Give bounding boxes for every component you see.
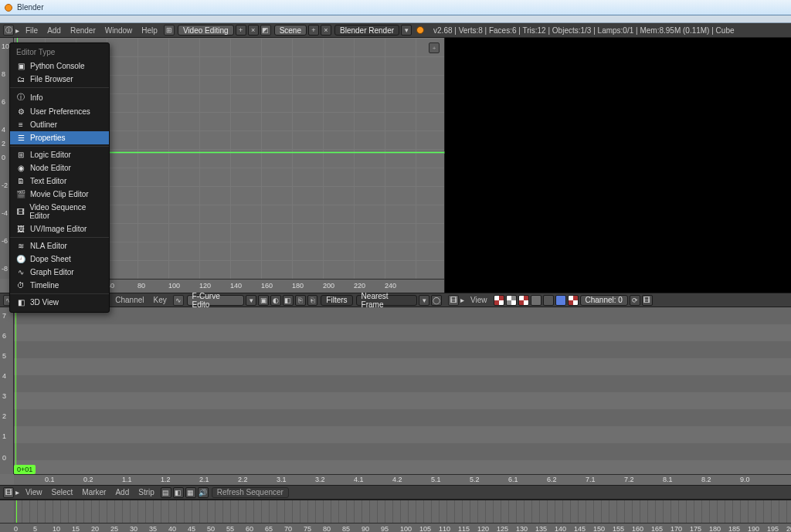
graph-mode-selector[interactable]: F-Curve Edito bbox=[187, 295, 245, 306]
menu-strip[interactable]: Strip bbox=[134, 488, 159, 496]
nla-editor-icon: ≋ bbox=[16, 242, 25, 250]
region-toggle-button[interactable]: + bbox=[429, 42, 440, 53]
editor-type-node-editor[interactable]: ◉Node Editor bbox=[10, 161, 109, 175]
copy-button[interactable]: ⎘ bbox=[295, 295, 306, 306]
display-swatch-3[interactable] bbox=[518, 295, 529, 306]
editor-type-nla-editor[interactable]: ≋NLA Editor bbox=[10, 239, 109, 252]
scene-selector[interactable]: Scene bbox=[274, 25, 307, 36]
menu-window[interactable]: Window bbox=[100, 26, 137, 35]
editor-type-label: Dope Sheet bbox=[30, 255, 71, 263]
tick: 8 bbox=[2, 70, 5, 78]
layout-add-button[interactable]: + bbox=[236, 25, 246, 36]
editor-type-outliner[interactable]: ≡Outliner bbox=[10, 118, 109, 131]
editor-type-logic-editor[interactable]: ⊞Logic Editor bbox=[10, 148, 109, 161]
tick: 160 bbox=[261, 282, 273, 290]
tick: 8.2 bbox=[701, 476, 711, 483]
editor-type-button[interactable]: 🎞 bbox=[3, 487, 14, 498]
tick: 35 bbox=[149, 525, 157, 532]
menu-marker[interactable]: Marker bbox=[77, 488, 110, 496]
vse-current-frame-line[interactable] bbox=[15, 307, 16, 474]
editor-type-graph-editor[interactable]: ∿Graph Editor bbox=[10, 266, 109, 279]
scene-add-button[interactable]: + bbox=[308, 25, 319, 36]
editor-type-timeline[interactable]: ⏱Timeline bbox=[10, 279, 109, 292]
editor-type-properties[interactable]: ☰Properties bbox=[10, 131, 109, 144]
tick: 100 bbox=[168, 282, 180, 290]
timeline-area[interactable]: 0510152025303540455055606570758085909510… bbox=[0, 500, 791, 532]
normalize-button[interactable]: ▣ bbox=[258, 295, 269, 306]
menu-select[interactable]: Select bbox=[47, 488, 78, 496]
sequencer-strip-area[interactable]: 76543210 0+01 0.10.21.11.22.12.23.13.24.… bbox=[0, 307, 791, 485]
ghost-button[interactable]: ◐ bbox=[270, 295, 281, 306]
tick: 65 bbox=[265, 525, 273, 532]
display-swatch-1[interactable] bbox=[494, 295, 504, 306]
timeline-current-frame-line[interactable] bbox=[16, 500, 17, 523]
editor-type-label: Timeline bbox=[30, 281, 59, 290]
menu-add[interactable]: Add bbox=[42, 26, 66, 35]
expand-icon[interactable]: ▸ bbox=[15, 488, 19, 496]
engine-dropdown-icon[interactable]: ▾ bbox=[401, 25, 412, 36]
layout-browse-icon[interactable]: ⊞ bbox=[164, 25, 175, 36]
preview-settings-button[interactable]: 🎞 bbox=[642, 295, 653, 306]
scene-remove-button[interactable]: × bbox=[321, 25, 331, 36]
editor-type-user-preferences[interactable]: ⚙User Preferences bbox=[10, 105, 109, 118]
menu-view[interactable]: View bbox=[466, 296, 492, 304]
tick: 3 bbox=[2, 392, 6, 400]
tick: 15 bbox=[72, 525, 80, 532]
proportional-button[interactable]: ◯ bbox=[431, 295, 442, 306]
menu-file[interactable]: File bbox=[21, 26, 42, 35]
auto-snap-button[interactable]: ◧ bbox=[283, 295, 294, 306]
tick: 9.0 bbox=[740, 476, 750, 483]
view-type-button[interactable]: ▤ bbox=[161, 487, 171, 498]
tick: 25 bbox=[110, 525, 118, 532]
filters-button[interactable]: Filters bbox=[321, 295, 352, 306]
mode-icon[interactable]: ∿ bbox=[173, 295, 184, 306]
editor-type-uv-image-editor[interactable]: 🖼UV/Image Editor bbox=[10, 222, 109, 236]
tick: 3.1 bbox=[277, 476, 287, 483]
editor-type-button[interactable]: ⓘ bbox=[3, 25, 14, 36]
layout-remove-button[interactable]: × bbox=[248, 25, 259, 36]
editor-type-text-editor[interactable]: 🗎Text Editor bbox=[10, 175, 109, 188]
paste-button[interactable]: ⎗ bbox=[307, 295, 318, 306]
display-mode-button[interactable]: ◧ bbox=[173, 487, 184, 498]
display-swatch-4[interactable] bbox=[531, 295, 541, 306]
editor-type-python-console[interactable]: ▣Python Console bbox=[10, 59, 109, 73]
editor-type-file-browser[interactable]: 🗂File Browser bbox=[10, 73, 109, 86]
user-preferences-icon: ⚙ bbox=[16, 107, 25, 116]
dropdown-icon[interactable]: ▾ bbox=[246, 295, 256, 306]
editor-type-dope-sheet[interactable]: 🕘Dope Sheet bbox=[10, 252, 109, 266]
editor-type-video-sequence-editor[interactable]: 🎞Video Sequence Editor bbox=[10, 201, 109, 222]
overlay-button[interactable]: ▦ bbox=[185, 487, 196, 498]
screen-layout-selector[interactable]: Video Editing bbox=[178, 25, 234, 36]
render-engine-selector[interactable]: Blender Render bbox=[334, 25, 399, 36]
editor-type-info[interactable]: ⓘInfo bbox=[10, 90, 109, 105]
menu-channel[interactable]: Channel bbox=[110, 296, 148, 304]
editor-type-label: Logic Editor bbox=[30, 151, 71, 159]
editor-type-3d-view[interactable]: ◧3D View bbox=[10, 296, 109, 309]
refresh-sequencer-button[interactable]: Refresh Sequencer bbox=[212, 487, 289, 498]
dropdown-icon[interactable]: ▾ bbox=[419, 295, 429, 306]
menu-help[interactable]: Help bbox=[137, 26, 162, 35]
waveform-button[interactable]: 🔊 bbox=[198, 487, 209, 498]
menu-render[interactable]: Render bbox=[66, 26, 100, 35]
display-swatch-5[interactable] bbox=[543, 295, 554, 306]
expand-icon[interactable]: ▸ bbox=[460, 296, 464, 304]
display-swatch-7[interactable] bbox=[568, 295, 579, 306]
timeline-icon: ⏱ bbox=[16, 281, 25, 290]
expand-icon[interactable]: ▸ bbox=[15, 26, 19, 35]
menu-view[interactable]: View bbox=[21, 488, 47, 496]
channel-field[interactable]: Channel: 0 bbox=[580, 295, 628, 306]
snap-mode-selector[interactable]: Nearest Frame bbox=[356, 295, 418, 306]
tick: 70 bbox=[284, 525, 292, 532]
preview-refresh-button[interactable]: ⟳ bbox=[630, 295, 640, 306]
scene-browse-icon[interactable]: ◩ bbox=[260, 25, 271, 36]
menu-add[interactable]: Add bbox=[110, 488, 134, 496]
tick: 45 bbox=[188, 525, 195, 532]
editor-type-button[interactable]: 🎞 bbox=[448, 295, 459, 306]
tick: 80 bbox=[323, 525, 331, 532]
display-swatch-2[interactable] bbox=[506, 295, 517, 306]
editor-type-label: 3D View bbox=[30, 298, 59, 307]
display-swatch-6[interactable] bbox=[555, 295, 566, 306]
sequencer-preview-area[interactable] bbox=[445, 38, 791, 293]
menu-key[interactable]: Key bbox=[149, 296, 171, 304]
editor-type-movie-clip-editor[interactable]: 🎬Movie Clip Editor bbox=[10, 188, 109, 201]
